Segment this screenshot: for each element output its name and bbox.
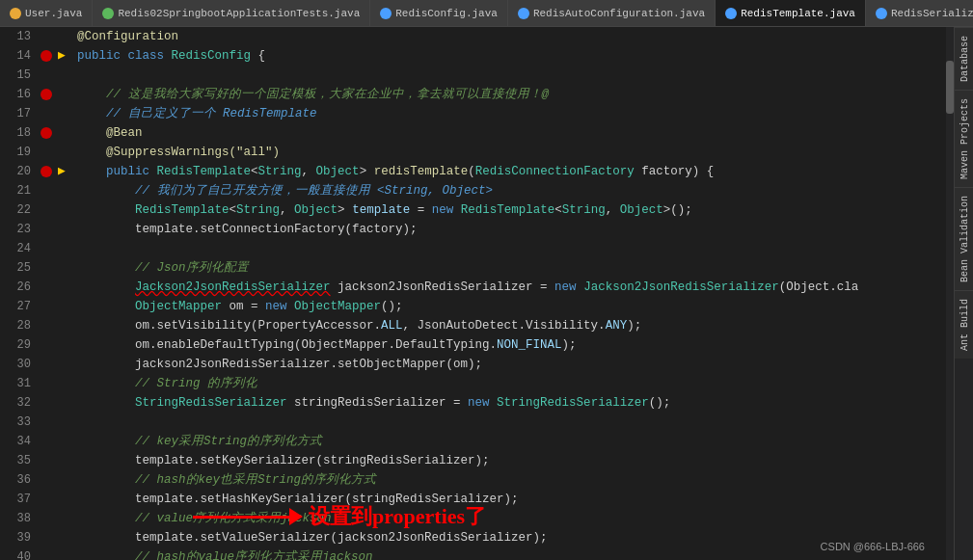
tab-icon-tests	[102, 8, 114, 19]
watermark: CSDN @666-LBJ-666	[821, 541, 925, 552]
linenum-28: 28	[0, 316, 39, 335]
tab-label-redistemplate: RedisTemplate.java	[741, 8, 855, 19]
line-20: 20 ▶ public RedisTemplate<String, Object…	[0, 162, 954, 181]
linecontent-30: jackson2JsonRedisSerializer.setObjectMap…	[73, 355, 954, 374]
linenum-14: 14	[0, 46, 39, 66]
breakpoint-14	[41, 50, 52, 62]
linecontent-32: StringRedisSerializer stringRedisSeriali…	[73, 393, 954, 413]
linecontent-15	[73, 66, 954, 85]
line-40: 40 // hash的value序列化方式采用jackson	[0, 547, 954, 560]
linenum-19: 19	[0, 143, 39, 162]
linenum-39: 39	[0, 528, 39, 547]
tab-autoconfig[interactable]: RedisAutoConfiguration.java	[508, 0, 716, 26]
tab-icon-redistemplate	[725, 8, 737, 19]
annotation-arrow	[193, 508, 303, 525]
panel-tab-ant[interactable]: Ant Build	[955, 290, 973, 359]
code-editor[interactable]: 13 @Configuration 14 ▶ public class Redi…	[0, 27, 954, 560]
linenum-24: 24	[0, 239, 39, 258]
tab-bar: User.java Redis02SpringbootApplicationTe…	[0, 0, 973, 27]
panel-tab-bean[interactable]: Bean Validation	[955, 187, 973, 290]
linenum-38: 38	[0, 509, 39, 528]
arrow-head	[289, 508, 303, 525]
linenum-33: 33	[0, 413, 39, 432]
tab-label-autoconfig: RedisAutoConfiguration.java	[533, 8, 705, 19]
panel-tab-maven[interactable]: Maven Projects	[955, 90, 973, 187]
tab-icon-redisserializer	[876, 8, 887, 19]
linenum-32: 32	[0, 393, 39, 413]
tab-icon-autoconfig	[518, 8, 529, 19]
tab-icon-user	[10, 8, 21, 19]
tab-redisserializer[interactable]: RedisSerializer.java	[866, 0, 973, 26]
linecontent-31: // String 的序列化	[73, 374, 954, 393]
linecontent-24	[73, 239, 954, 258]
line-35: 35 template.setKeySerializer(stringRedis…	[0, 451, 954, 470]
line-36: 36 // hash的key也采用String的序列化方式	[0, 470, 954, 490]
linecontent-25: // Json序列化配置	[73, 258, 954, 278]
tab-label-user: User.java	[25, 8, 82, 19]
line-33: 33	[0, 413, 954, 432]
scrollbar-thumb[interactable]	[946, 61, 954, 114]
linecontent-16: // 这是我给大家写好的一个固定模板，大家在企业中，拿去就可以直接使用！@	[73, 85, 954, 104]
exec-20: ▶	[58, 162, 73, 181]
linenum-18: 18	[0, 123, 39, 143]
tab-user[interactable]: User.java	[0, 0, 93, 26]
line-23: 23 template.setConnectionFactory(factory…	[0, 220, 954, 239]
linecontent-19: @SuppressWarnings("all")	[73, 143, 954, 162]
right-panel-tabs: Database Maven Projects Bean Validation …	[954, 27, 973, 560]
linenum-25: 25	[0, 258, 39, 278]
vertical-scrollbar[interactable]	[946, 27, 954, 560]
main-layout: 13 @Configuration 14 ▶ public class Redi…	[0, 27, 973, 560]
linenum-26: 26	[0, 278, 39, 297]
linenum-13: 13	[0, 27, 39, 46]
linenum-16: 16	[0, 85, 39, 104]
arrow-body	[193, 516, 289, 519]
linenum-40: 40	[0, 547, 39, 560]
annotation-container: 设置到properties了	[193, 502, 486, 531]
linenum-22: 22	[0, 200, 39, 220]
linenum-17: 17	[0, 104, 39, 123]
line-17: 17 // 自己定义了一个 RedisTemplate	[0, 104, 954, 123]
line-32: 32 StringRedisSerializer stringRedisSeri…	[0, 393, 954, 413]
linenum-27: 27	[0, 297, 39, 316]
linenum-36: 36	[0, 470, 39, 490]
line-15: 15	[0, 66, 954, 85]
line-24: 24	[0, 239, 954, 258]
linecontent-27: ObjectMapper om = new ObjectMapper();	[73, 297, 954, 316]
linecontent-20: public RedisTemplate<String, Object> red…	[73, 162, 954, 181]
exec-14: ▶	[58, 46, 73, 66]
tab-redisconfig[interactable]: RedisConfig.java	[370, 0, 508, 26]
linecontent-18: @Bean	[73, 123, 954, 143]
line-13: 13 @Configuration	[0, 27, 954, 46]
linenum-34: 34	[0, 432, 39, 451]
linecontent-35: template.setKeySerializer(stringRedisSer…	[73, 451, 954, 470]
linecontent-36: // hash的key也采用String的序列化方式	[73, 470, 954, 490]
line-29: 29 om.enableDefaultTyping(ObjectMapper.D…	[0, 335, 954, 355]
line-30: 30 jackson2JsonRedisSerializer.setObject…	[0, 355, 954, 374]
linenum-35: 35	[0, 451, 39, 470]
breakpoint-16	[41, 89, 52, 100]
panel-tab-database[interactable]: Database	[955, 27, 973, 90]
tab-redistemplate[interactable]: RedisTemplate.java	[716, 0, 866, 27]
linenum-20: 20	[0, 162, 39, 181]
tab-label-redisserializer: RedisSerializer.java	[891, 8, 973, 19]
tab-label-redisconfig: RedisConfig.java	[395, 8, 498, 19]
line-14: 14 ▶ public class RedisConfig {	[0, 46, 954, 66]
line-22: 22 RedisTemplate<String, Object> templat…	[0, 200, 954, 220]
line-31: 31 // String 的序列化	[0, 374, 954, 393]
linecontent-22: RedisTemplate<String, Object> template =…	[73, 200, 954, 220]
line-18: 18 @Bean	[0, 123, 954, 143]
line-19: 19 @SuppressWarnings("all")	[0, 143, 954, 162]
linenum-23: 23	[0, 220, 39, 239]
annotation-text: 设置到properties了	[309, 502, 486, 531]
line-16: 16 // 这是我给大家写好的一个固定模板，大家在企业中，拿去就可以直接使用！@	[0, 85, 954, 104]
linecontent-13: @Configuration	[73, 27, 954, 46]
linecontent-29: om.enableDefaultTyping(ObjectMapper.Defa…	[73, 335, 954, 355]
tab-tests[interactable]: Redis02SpringbootApplicationTests.java	[93, 0, 370, 26]
linenum-15: 15	[0, 66, 39, 85]
linecontent-28: om.setVisibility(PropertyAccessor.ALL, J…	[73, 316, 954, 335]
linenum-31: 31	[0, 374, 39, 393]
linecontent-17: // 自己定义了一个 RedisTemplate	[73, 104, 954, 123]
line-34: 34 // key采用String的序列化方式	[0, 432, 954, 451]
breakpoint-20	[41, 166, 52, 177]
tab-label-tests: Redis02SpringbootApplicationTests.java	[118, 8, 360, 19]
